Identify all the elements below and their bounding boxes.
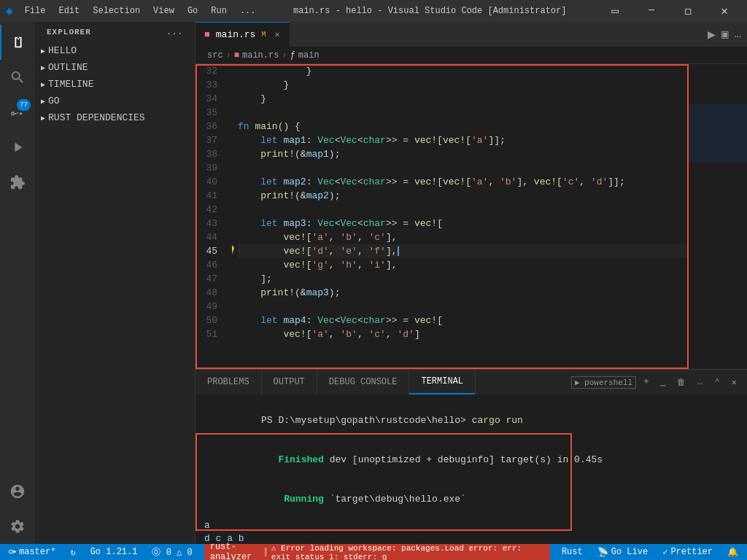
window-title: main.rs - hello - Visual Studio Code [Ad… (268, 6, 592, 16)
source-control-badge: 77 (17, 99, 31, 111)
sidebar-item-label: OUTLINE (48, 62, 88, 73)
search-icon[interactable] (0, 60, 35, 95)
go-live[interactable]: 📡 Go Live (595, 547, 651, 558)
line-num: 34 (196, 92, 225, 106)
terminal-content[interactable]: PS D:\mysetup\gopath\rustcode\hello> car… (196, 395, 747, 544)
rust-analyzer-label: rust-analyzer (210, 542, 260, 560)
tab-terminal[interactable]: TERMINAL (409, 370, 476, 394)
sidebar-actions[interactable]: ... (166, 28, 183, 36)
menu-edit[interactable]: Edit (53, 4, 85, 18)
expand-arrow-icon: ▶ (41, 97, 45, 106)
git-branch[interactable]: ⚩ master* (6, 547, 58, 558)
split-terminal-icon[interactable]: ⎯ (656, 374, 670, 390)
titlebar: ◆ File Edit Selection View Go Run ... ma… (0, 0, 747, 22)
maximize-button[interactable]: ◻ (671, 0, 705, 22)
window-controls[interactable]: ▭ − ◻ ✕ (598, 0, 741, 22)
line-num: 46 (196, 258, 225, 272)
settings-icon[interactable] (0, 509, 35, 544)
breadcrumb-src[interactable]: src (207, 50, 223, 61)
language-label: Rust (562, 547, 583, 557)
sidebar-item-hello[interactable]: ▶ HELLO (35, 42, 195, 59)
code-line: vec!['a', 'b', 'c', 'd'] (238, 327, 689, 341)
breadcrumb-sep-2: › (282, 50, 287, 61)
tab-debug-console[interactable]: DEBUG CONSOLE (317, 370, 410, 394)
menu-more[interactable]: ... (234, 4, 262, 18)
code-editor[interactable]: Run | Debug } } } fn main() { (232, 64, 689, 369)
code-line (238, 203, 689, 217)
sidebar-item-go[interactable]: ▶ GO (35, 93, 195, 109)
sync-status[interactable]: ↻ (67, 547, 78, 558)
line-numbers: 32 33 34 35 36 37 38 39 40 41 42 43 44 4… (196, 64, 232, 369)
sidebar-item-label: GO (48, 96, 60, 106)
rust-file-icon: ■ (204, 29, 210, 40)
sidebar-item-timeline[interactable]: ▶ TIMELINE (35, 76, 195, 93)
code-line: print!(&map2); (238, 189, 689, 203)
sidebar-header: EXPLORER ... (35, 22, 195, 42)
layout-icon[interactable]: ▭ (598, 0, 632, 22)
explorer-icon[interactable] (0, 25, 35, 60)
close-panel-icon[interactable]: ✕ (727, 374, 741, 391)
issues-count[interactable]: ⓪ 0 △ 0 (149, 546, 195, 559)
expand-arrow-icon: ▶ (41, 63, 45, 72)
menu-file[interactable]: File (19, 4, 52, 18)
maximize-panel-icon[interactable]: ⌃ (711, 374, 724, 391)
line-num: 49 (196, 300, 225, 314)
terminal-name[interactable]: ▶ powershell (571, 376, 636, 389)
code-line: fn main() { (238, 120, 689, 133)
breadcrumb-fn[interactable]: main (298, 50, 320, 61)
add-terminal-icon[interactable]: + (639, 374, 653, 390)
menu-go[interactable]: Go (182, 4, 204, 18)
close-button[interactable]: ✕ (708, 0, 741, 22)
prettier[interactable]: ✓ Prettier (659, 547, 716, 558)
terminal-output-a: a (204, 519, 738, 532)
tab-problems[interactable]: PROBLEMS (196, 370, 262, 394)
sidebar-item-rust-dependencies[interactable]: ▶ RUST DEPENDENCIES (35, 109, 195, 126)
run-icon[interactable]: ▶ (708, 26, 716, 42)
sidebar-item-outline[interactable]: ▶ OUTLINE (35, 59, 195, 76)
minimap (689, 64, 747, 369)
line-num: 48 (196, 286, 225, 300)
tab-close-button[interactable]: ✕ (274, 29, 279, 40)
line-num: 36 (196, 120, 225, 133)
go-live-label: Go Live (611, 547, 648, 557)
main-container: 77 EXPLORER ... ▶ HELLO ▶ OUTLINE ▶ (0, 22, 747, 544)
line-num: 43 (196, 217, 225, 230)
editor-content[interactable]: 32 33 34 35 36 37 38 39 40 41 42 43 44 4… (196, 64, 747, 369)
editor-tab-main-rs[interactable]: ■ main.rs M ✕ (196, 22, 290, 47)
line-num: 37 (196, 133, 225, 147)
menu-bar[interactable]: File Edit Selection View Go Run ... (19, 4, 262, 18)
line-num: 42 (196, 203, 225, 217)
line-num: 33 (196, 78, 225, 92)
line-num: 32 (196, 64, 225, 78)
trash-icon[interactable]: 🗑 (673, 374, 690, 391)
code-line (238, 106, 689, 120)
menu-view[interactable]: View (147, 4, 180, 18)
code-line-45: 💡 vec!['d', 'e', 'f'], (238, 244, 689, 258)
language-mode[interactable]: Rust (559, 547, 586, 557)
run-debug-icon[interactable] (0, 130, 35, 165)
go-version[interactable]: Go 1.21.1 (88, 547, 141, 557)
sidebar-item-label: RUST DEPENDENCIES (48, 112, 145, 123)
code-line: } (238, 64, 689, 78)
more-actions-icon[interactable]: … (693, 374, 707, 390)
terminal-line: Running `target\debug\hello.exe` (204, 480, 738, 519)
tab-output[interactable]: OUTPUT (262, 370, 317, 394)
account-icon[interactable] (0, 474, 35, 509)
error-text: ⚠ Error loading workspace: packages.Load… (271, 543, 544, 561)
notifications[interactable]: 🔔 (724, 547, 741, 558)
debug-icon[interactable]: ▣ (721, 27, 729, 42)
breadcrumb-file[interactable]: main.rs (242, 50, 279, 61)
extensions-icon[interactable] (0, 165, 35, 200)
sidebar-title: EXPLORER (47, 28, 91, 36)
git-branch-icon: ⚩ (9, 547, 16, 558)
menu-selection[interactable]: Selection (87, 4, 146, 18)
more-actions-icon[interactable]: … (734, 28, 741, 41)
error-status[interactable]: rust-analyzer | ⚠ Error loading workspac… (204, 544, 550, 560)
line-num: 41 (196, 189, 225, 203)
line-num: 38 (196, 147, 225, 161)
breadcrumb: src › ■ main.rs › ƒ main (196, 47, 747, 64)
menu-run[interactable]: Run (205, 4, 233, 18)
source-control-icon[interactable]: 77 (0, 95, 35, 130)
minimize-button[interactable]: − (635, 0, 668, 22)
editor-area: ■ main.rs M ✕ ▶ ▣ … src › ■ main.rs › ƒ … (196, 22, 747, 544)
